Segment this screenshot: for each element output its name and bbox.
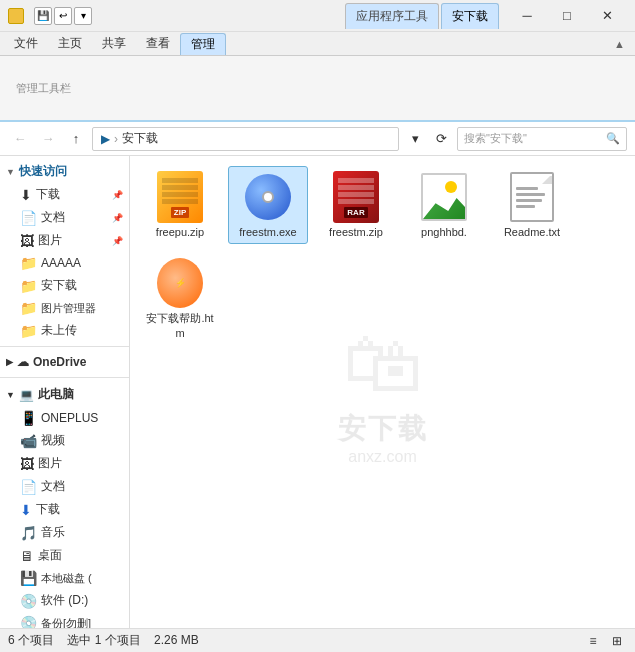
dropdown-btn[interactable]: ▾ — [74, 7, 92, 25]
pin-icon3: 📌 — [112, 236, 123, 246]
file-item-freestm-zip[interactable]: RAR freestm.zip — [316, 166, 396, 244]
sidebar-item-downloads[interactable]: ⬇ 下载 📌 — [0, 183, 129, 206]
undo-btn[interactable]: ↩ — [54, 7, 72, 25]
thispc-arrow: ▼ — [6, 390, 15, 400]
breadcrumb-folder: 安下载 — [122, 130, 158, 147]
music-icon: 🎵 — [20, 525, 37, 541]
menu-share[interactable]: 共享 — [92, 33, 136, 55]
file-size: 2.26 MB — [154, 633, 199, 647]
menu-manage[interactable]: 管理 — [180, 33, 226, 55]
file-item-help-htm[interactable]: ⚡ 安下载帮助.htm — [140, 252, 220, 345]
onedrive-icon: ☁ — [17, 355, 29, 369]
file-icon-freepu-zip: ZIP — [154, 171, 206, 223]
docs-label: 文档 — [41, 209, 65, 226]
file-name-pnghhbd: pnghhbd. — [421, 225, 467, 239]
file-item-pnghhbd[interactable]: pnghhbd. — [404, 166, 484, 244]
up-btn[interactable]: ↑ — [64, 127, 88, 151]
sidebar-item-pics[interactable]: 🖼 图片 📌 — [0, 229, 129, 252]
backup-icon: 💿 — [20, 615, 37, 628]
dl-label: 下载 — [36, 501, 60, 518]
dl-icon: ⬇ — [20, 502, 32, 518]
file-name-readme-txt: Readme.txt — [504, 225, 560, 239]
file-name-freepu-zip: freepu.zip — [156, 225, 204, 239]
file-icon-freestm-zip: RAR — [330, 171, 382, 223]
desktop-label: 桌面 — [38, 547, 62, 564]
file-icon-freestm-exe — [242, 171, 294, 223]
search-bar[interactable]: 搜索"安下载" 🔍 — [457, 127, 627, 151]
item-count: 6 个项目 — [8, 633, 54, 647]
anxiazai-label: 安下载 — [41, 277, 77, 294]
menu-home[interactable]: 主页 — [48, 33, 92, 55]
sidebar-item-pictures[interactable]: 🖼 图片 — [0, 452, 129, 475]
sidebar: ▼ 快速访问 ⬇ 下载 📌 📄 文档 📌 🖼 图片 📌 📁 AAAAA 📁 安下… — [0, 156, 130, 628]
quick-access-arrow: ▼ — [6, 167, 15, 177]
video-icon: 📹 — [20, 433, 37, 449]
file-name-freestm-zip: freestm.zip — [329, 225, 383, 239]
sidebar-item-aaaaa[interactable]: 📁 AAAAA — [0, 252, 129, 274]
sidebar-item-oneplus[interactable]: 📱 ONEPLUS — [0, 407, 129, 429]
sidebar-item-documents[interactable]: 📄 文档 — [0, 475, 129, 498]
sidebar-item-upload[interactable]: 📁 未上传 — [0, 319, 129, 342]
sidebar-item-local-disk[interactable]: 💾 本地磁盘 ( — [0, 567, 129, 589]
backup-label: 备份[勿删] — [41, 616, 91, 629]
downloads-icon: ⬇ — [20, 187, 32, 203]
desktop-icon: 🖥 — [20, 548, 34, 564]
onedrive-arrow: ▶ — [6, 357, 13, 367]
status-right: ≡ ⊞ — [583, 631, 627, 651]
refresh-btn[interactable]: ⟳ — [429, 127, 453, 151]
breadcrumb-root: ▶ — [101, 132, 110, 146]
file-area[interactable]: 🛍 安下载 anxz.com ZIP — [130, 156, 635, 628]
docs-icon: 📄 — [20, 210, 37, 226]
view-details-btn[interactable]: ≡ — [583, 631, 603, 651]
sidebar-onedrive[interactable]: ▶ ☁ OneDrive — [0, 351, 129, 373]
sidebar-thispc[interactable]: ▼ 💻 此电脑 — [0, 382, 129, 407]
search-placeholder: 搜索"安下载" — [464, 131, 527, 146]
software-disk-icon: 💿 — [20, 593, 37, 609]
status-left: 6 个项目 选中 1 个项目 2.26 MB — [8, 632, 583, 649]
file-item-readme-txt[interactable]: Readme.txt — [492, 166, 572, 244]
sidebar-item-picmgr[interactable]: 📁 图片管理器 — [0, 297, 129, 319]
file-item-freepu-zip[interactable]: ZIP freepu.zip — [140, 166, 220, 244]
sidebar-quick-access-title[interactable]: ▼ 快速访问 — [0, 160, 129, 183]
quick-access-label: 快速访问 — [19, 163, 67, 180]
ribbon-tabs: 应用程序工具 安下载 — [345, 3, 499, 29]
divider2 — [0, 377, 129, 378]
menu-view[interactable]: 查看 — [136, 33, 180, 55]
sidebar-item-video[interactable]: 📹 视频 — [0, 429, 129, 452]
divider1 — [0, 346, 129, 347]
watermark-subtext: anxz.com — [348, 448, 416, 466]
tab-download[interactable]: 安下载 — [441, 3, 499, 29]
menu-file[interactable]: 文件 — [4, 33, 48, 55]
breadcrumb[interactable]: ▶ › 安下载 — [92, 127, 399, 151]
picmgr-icon: 📁 — [20, 300, 37, 316]
sidebar-item-desktop[interactable]: 🖥 桌面 — [0, 544, 129, 567]
back-btn[interactable]: ← — [8, 127, 32, 151]
save-btn[interactable]: 💾 — [34, 7, 52, 25]
onedrive-label: OneDrive — [33, 355, 86, 369]
documents-icon: 📄 — [20, 479, 37, 495]
sidebar-item-software-disk[interactable]: 💿 软件 (D:) — [0, 589, 129, 612]
breadcrumb-dropdown-btn[interactable]: ▾ — [403, 127, 427, 151]
view-grid-btn[interactable]: ⊞ — [607, 631, 627, 651]
file-grid: ZIP freepu.zip freestm.exe — [140, 166, 625, 345]
minimize-btn[interactable]: ─ — [507, 2, 547, 30]
close-btn[interactable]: ✕ — [587, 2, 627, 30]
pin-icon2: 📌 — [112, 213, 123, 223]
local-disk-label: 本地磁盘 ( — [41, 571, 92, 586]
sidebar-item-docs[interactable]: 📄 文档 📌 — [0, 206, 129, 229]
tab-app-tools[interactable]: 应用程序工具 — [345, 3, 439, 29]
forward-btn[interactable]: → — [36, 127, 60, 151]
documents-label: 文档 — [41, 478, 65, 495]
sidebar-item-backup[interactable]: 💿 备份[勿删] — [0, 612, 129, 628]
sidebar-item-dl[interactable]: ⬇ 下载 — [0, 498, 129, 521]
local-disk-icon: 💾 — [20, 570, 37, 586]
aaaaa-icon: 📁 — [20, 255, 37, 271]
pics-label: 图片 — [38, 232, 62, 249]
ribbon-collapse-btn[interactable]: ▲ — [608, 38, 631, 50]
selected-count: 选中 1 个项目 — [67, 633, 140, 647]
sidebar-item-anxiazai[interactable]: 📁 安下载 — [0, 274, 129, 297]
file-item-freestm-exe[interactable]: freestm.exe — [228, 166, 308, 244]
sidebar-item-music[interactable]: 🎵 音乐 — [0, 521, 129, 544]
nav-bar: ← → ↑ ▶ › 安下载 ▾ ⟳ 搜索"安下载" 🔍 — [0, 122, 635, 156]
maximize-btn[interactable]: □ — [547, 2, 587, 30]
